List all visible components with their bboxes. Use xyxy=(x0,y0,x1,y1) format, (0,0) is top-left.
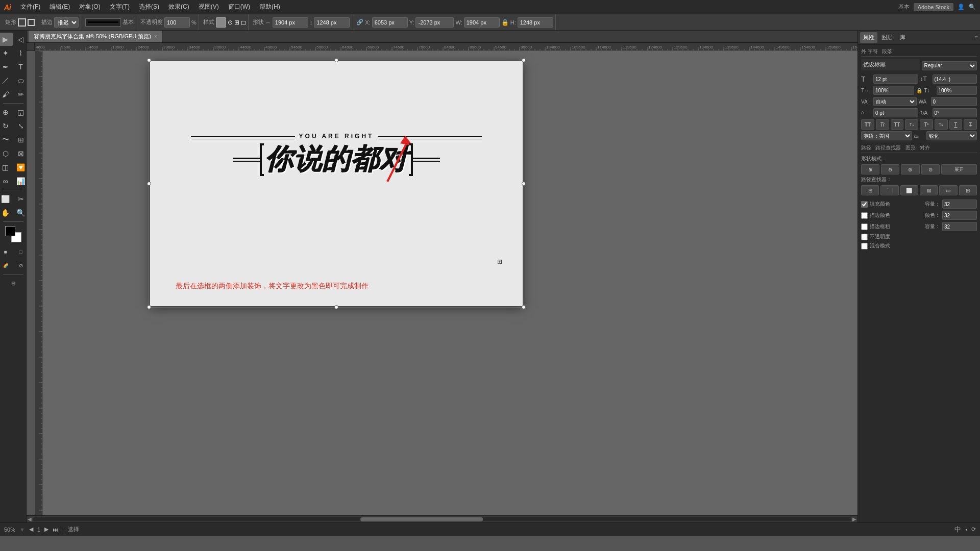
bottom-right-btn-3[interactable]: ⟳ xyxy=(971,526,976,533)
italic-btn[interactable]: Tr xyxy=(876,119,889,130)
aa-select[interactable]: 锐化 xyxy=(926,131,977,140)
font-style-select[interactable]: Regular xyxy=(922,61,977,70)
handle-middle-left[interactable] xyxy=(147,182,151,186)
none-mode-icon[interactable]: ⊘ xyxy=(14,259,27,272)
pf-merge-btn[interactable]: ⬜ xyxy=(900,185,918,195)
leading-input[interactable] xyxy=(933,74,977,84)
fg-swatch[interactable] xyxy=(5,226,15,236)
page-last-btn[interactable]: ⏭ xyxy=(53,527,58,533)
scroll-left-btn[interactable]: ◀ xyxy=(28,516,32,522)
screen-mode-btn[interactable]: ⊟ xyxy=(6,277,20,290)
slice-tool[interactable]: ✂ xyxy=(14,192,27,206)
pf-minus-back-btn[interactable]: ⊞ xyxy=(959,185,977,195)
handle-bottom-right[interactable] xyxy=(522,305,526,309)
grid-icon[interactable]: ⊞ xyxy=(234,19,239,26)
handle-bottom-left[interactable] xyxy=(147,305,151,309)
v-scale-input[interactable] xyxy=(937,86,977,95)
menu-select[interactable]: 选择(S) xyxy=(135,1,163,13)
page-next-btn[interactable]: ▶ xyxy=(44,526,48,533)
tab-libraries[interactable]: 库 xyxy=(897,32,909,43)
bold-btn[interactable]: TT xyxy=(861,119,874,130)
lock-icon[interactable]: 🔒 xyxy=(501,19,509,26)
handle-top-right[interactable] xyxy=(522,58,526,62)
menu-text[interactable]: 文字(T) xyxy=(106,1,134,13)
strikethrough-btn[interactable]: T xyxy=(964,119,977,130)
warp-tool[interactable]: 〜 xyxy=(0,133,13,146)
width-input[interactable] xyxy=(273,17,308,28)
tab-properties[interactable]: 属性 xyxy=(860,32,877,43)
stroke-frame-checkbox[interactable] xyxy=(861,223,868,230)
type-tool[interactable]: T xyxy=(14,60,27,73)
stroke-icon[interactable]: □ xyxy=(14,245,27,258)
h-scale-input[interactable] xyxy=(873,86,914,95)
gradient-tool[interactable]: ◫ xyxy=(0,161,13,174)
fill-capacity-input[interactable] xyxy=(942,199,977,209)
fill-checkbox[interactable] xyxy=(861,201,868,208)
baseline-input[interactable] xyxy=(873,108,918,117)
shape-intersect-btn[interactable]: ⊗ xyxy=(901,164,919,174)
blend-tool[interactable]: ∞ xyxy=(0,174,13,188)
font-name-display[interactable]: 优设标黑 xyxy=(861,59,920,70)
handle-top-center[interactable] xyxy=(334,58,338,62)
free-transform-tool[interactable]: ⊞ xyxy=(14,133,27,146)
perspective-tool[interactable]: ⬡ xyxy=(0,147,13,160)
menu-edit[interactable]: 编辑(E) xyxy=(45,1,74,13)
adobe-stock-btn[interactable]: Adobe Stock xyxy=(914,3,953,11)
artboard-tool[interactable]: ⬜ xyxy=(0,192,13,206)
font-size-input[interactable] xyxy=(873,74,918,84)
menu-view[interactable]: 视图(V) xyxy=(194,1,223,13)
scale-tool[interactable]: ⤡ xyxy=(14,119,27,133)
canvas-content[interactable]: YOU ARE RIGHT xyxy=(35,51,857,515)
select-tool[interactable]: ▶ xyxy=(0,33,13,46)
shape-unite-btn[interactable]: ⊕ xyxy=(861,164,879,174)
pf-divide-btn[interactable]: ⊟ xyxy=(861,185,879,195)
shape-exclude-btn[interactable]: ⊘ xyxy=(921,164,940,174)
opacity-input[interactable] xyxy=(164,17,190,28)
x-input[interactable] xyxy=(372,17,408,28)
expand-btn[interactable]: 展开 xyxy=(941,164,977,174)
color-mode-icon[interactable]: 🌈 xyxy=(0,259,13,272)
superscript-btn[interactable]: T¹ xyxy=(920,119,933,130)
circle-icon[interactable]: ⊙ xyxy=(228,19,233,26)
h-scroll-thumb[interactable] xyxy=(360,517,483,521)
zoom-tool[interactable]: 🔍 xyxy=(14,206,27,219)
underline-btn[interactable]: T xyxy=(949,119,963,130)
stroke-swatch[interactable] xyxy=(28,19,35,26)
rotation-input[interactable] xyxy=(933,108,977,117)
shape-minus-btn[interactable]: ⊖ xyxy=(881,164,899,174)
tracking-input[interactable] xyxy=(931,97,977,106)
panel-options-btn[interactable]: ≡ xyxy=(974,34,978,41)
handle-bottom-center[interactable] xyxy=(334,305,338,309)
mesh-tool[interactable]: ⊠ xyxy=(14,147,27,160)
lasso-tool[interactable]: ⌇ xyxy=(14,46,27,60)
handle-middle-right[interactable] xyxy=(522,182,526,186)
paintbrush-tool[interactable]: 🖌 xyxy=(0,88,13,101)
pf-crop-btn[interactable]: ⊠ xyxy=(920,185,938,195)
rotate-tool[interactable]: ↻ xyxy=(0,119,13,133)
shape-builder-tool[interactable]: ⊕ xyxy=(0,106,13,119)
scroll-right-btn[interactable]: ▶ xyxy=(852,516,856,522)
active-tab[interactable]: 赛博朋克风字体合集.ai® 50% (RGB/GPU 预览) × xyxy=(29,31,163,42)
fill-swatch[interactable] xyxy=(18,18,26,27)
y-input[interactable] xyxy=(415,17,454,28)
h-scroll-track[interactable] xyxy=(33,517,851,521)
blend-checkbox[interactable] xyxy=(861,243,868,249)
search-icon[interactable]: 🔍 xyxy=(969,4,976,10)
zoom-display[interactable]: 50% xyxy=(4,527,15,533)
direct-select-tool[interactable]: ◁ xyxy=(14,33,27,46)
handle-top-left[interactable] xyxy=(147,58,151,62)
pf-outline-btn[interactable]: ▭ xyxy=(939,185,957,195)
fg-bg-swatches[interactable] xyxy=(5,226,21,242)
stroke-opacity-input[interactable] xyxy=(942,211,977,220)
shape-icon[interactable]: ◻ xyxy=(241,19,246,26)
magic-wand-tool[interactable]: ✦ xyxy=(0,46,13,60)
menu-effect[interactable]: 效果(C) xyxy=(164,1,193,13)
w-input[interactable] xyxy=(464,17,500,28)
stroke-width-val[interactable] xyxy=(942,222,977,231)
eraser-tool[interactable]: ◱ xyxy=(14,106,27,119)
kerning-select[interactable]: 自动 xyxy=(873,97,917,106)
pen-tool[interactable]: ✒ xyxy=(0,60,13,73)
menu-window[interactable]: 窗口(W) xyxy=(224,1,254,13)
chart-tool[interactable]: 📊 xyxy=(14,174,27,188)
tab-close-btn[interactable]: × xyxy=(154,34,157,39)
